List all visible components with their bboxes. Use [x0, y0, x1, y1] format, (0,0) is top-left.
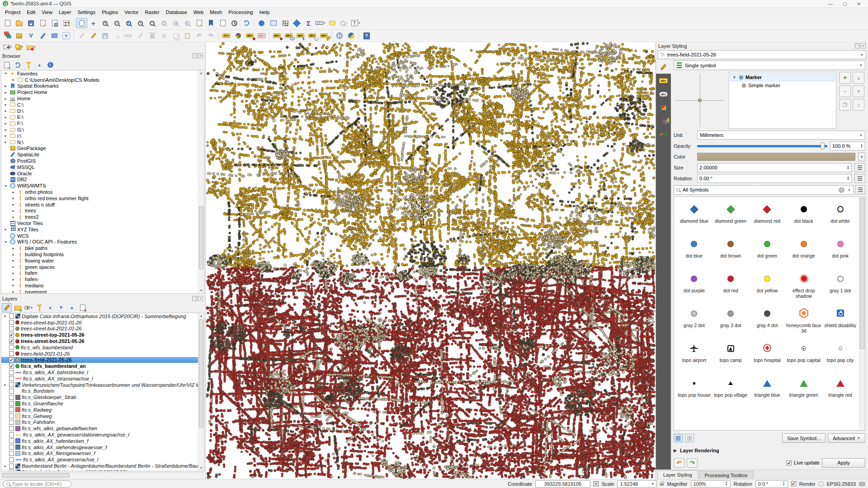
expand-icon[interactable]: ▸ [11, 190, 16, 194]
collapse-icon[interactable]: ▾ [3, 184, 8, 188]
expand-icon[interactable]: ▸ [11, 265, 16, 269]
zoom-full-button[interactable] [123, 18, 134, 28]
styling-tab-history[interactable]: ↶ [656, 128, 671, 141]
expand-icon[interactable]: ▸ [11, 209, 16, 213]
layer-visibility-checkbox[interactable] [9, 445, 14, 450]
browser-item-building-footprints[interactable]: ▸⟨building footprints [1, 251, 204, 258]
symbol-triangle-red[interactable]: triangle red [822, 375, 859, 409]
symbol-search-input[interactable]: All Symbols × ▼ [674, 185, 854, 195]
symbol-triangle-blue[interactable]: triangle blue [749, 375, 786, 409]
expand-icon[interactable]: ▸ [11, 253, 16, 257]
layer-item[interactable]: fis:s_Fahrbahn [1, 419, 204, 426]
open-data-source-manager-button[interactable] [2, 31, 13, 41]
layer-visibility-checkbox[interactable] [9, 407, 14, 412]
size-data-defined-button[interactable] [854, 163, 865, 172]
zoom-to-layer-button[interactable]: □ [146, 18, 158, 28]
menu-project[interactable]: Project [2, 8, 24, 16]
menu-layer[interactable]: Layer [56, 8, 75, 16]
layer-visibility-checkbox[interactable]: ✓ [9, 357, 14, 362]
spinner-arrows-icon[interactable]: ▲▼ [847, 176, 849, 181]
lock-color-button[interactable]: ⌂ [853, 99, 864, 111]
zoom-next-button[interactable]: ► [182, 18, 193, 28]
toggle-editing-button[interactable] [88, 31, 99, 41]
expand-icon[interactable]: ▸ [3, 227, 8, 231]
save-project-button[interactable] [25, 18, 37, 28]
rotation-data-defined-button[interactable] [854, 174, 865, 183]
close-button[interactable]: ✕ [857, 1, 861, 6]
advanced-button[interactable]: Advanced▼ [828, 433, 865, 443]
layer-item[interactable]: trees-street-top-2021-01-26 [1, 319, 204, 326]
add-symbol-layer-button[interactable]: ＋ [839, 72, 851, 84]
tab-processing-toolbox[interactable]: Processing Toolbox [699, 471, 754, 479]
add-group-button[interactable] [13, 303, 23, 312]
zoom-native-button[interactable]: 1 [158, 18, 170, 28]
rotation-spinbox[interactable]: 0.00 ° ▲▼ [697, 174, 852, 183]
duplicate-symbol-layer-button[interactable]: ❐ [839, 99, 851, 111]
scale-combo[interactable]: 1:52248 ▼ [617, 480, 657, 488]
menu-raster[interactable]: Raster [142, 8, 162, 16]
save-layer-edits-button[interactable] [99, 31, 111, 41]
show-spatial-bookmarks-button[interactable] [205, 18, 217, 28]
new-spatial-bookmark-button[interactable] [193, 18, 205, 28]
spinner-arrows-icon[interactable]: ▲▼ [783, 481, 785, 486]
pan-map-to-selection-button[interactable]: + [88, 18, 99, 28]
new-project-button[interactable] [2, 18, 13, 28]
browser-item-project-home[interactable]: ▸Project Home [1, 89, 204, 95]
symbol-shield-disability[interactable]: shield disability [822, 305, 859, 340]
expand-icon[interactable]: ▸ [3, 115, 8, 119]
browser-item-n[interactable]: ▸N:\ [1, 139, 204, 145]
lock-scale-icon[interactable] [660, 483, 664, 486]
browser-item-green-spaces[interactable]: ▸⟨green spaces [1, 264, 204, 270]
layer-visibility-checkbox[interactable]: ✓ [9, 333, 14, 338]
layers-float-button[interactable]: ❐ [192, 296, 197, 301]
paste-features-button[interactable] [182, 31, 193, 41]
layer-item[interactable]: ✓trees-street-bot-2021-05-26 [1, 338, 204, 344]
layer-visibility-checkbox[interactable] [9, 370, 14, 375]
chevron-down-icon[interactable]: ▾ [31, 306, 33, 310]
styling-close-button[interactable]: ✕ [861, 43, 866, 48]
layer-item[interactable]: ▸Digitale farbige Orthophotos 2019 (DOP2… [1, 469, 204, 471]
browser-item-wcs[interactable]: WCS [1, 233, 204, 239]
layer-item[interactable]: fis:s_Gruenflaeche [1, 400, 204, 407]
layer-visibility-checkbox[interactable] [9, 382, 14, 387]
temporal-controller-button[interactable] [229, 18, 240, 28]
live-update-checkbox[interactable]: ✓ [787, 460, 792, 465]
expand-icon[interactable]: ▸ [11, 246, 16, 250]
opacity-slider[interactable] [697, 141, 827, 150]
measure-button[interactable]: ▾ [315, 18, 326, 28]
browser-item-hafen[interactable]: ▸⟨hafen [1, 270, 204, 277]
styling-tab-3d-view[interactable] [656, 101, 671, 114]
processing-toolbox-button[interactable] [291, 18, 302, 28]
chevron-down-icon[interactable]: ▾ [324, 21, 326, 25]
menu-plugins[interactable]: Plugins [99, 8, 121, 16]
symbol-diamond-red[interactable]: diamond red [749, 201, 786, 235]
filter-by-expression-button[interactable]: ε▾ [45, 303, 55, 312]
symbol-dot-red[interactable]: dot red [712, 270, 749, 305]
open-project-button[interactable] [14, 18, 25, 28]
browser-item-trees[interactable]: ▸⟨trees [1, 208, 204, 214]
browser-item-c-users-ami-desktop-cs-models[interactable]: ▸C:\Users\Ami\Desktop\CS Models [1, 77, 204, 83]
browser-scrollbar[interactable]: ▲ ▼ [198, 70, 204, 293]
map-canvas-area[interactable] [206, 42, 656, 479]
layer-item[interactable]: fis:s_atkis_AX_hafenbecken_f [1, 438, 204, 444]
styling-tab-masks[interactable] [656, 87, 671, 101]
browser-item-flowing-water[interactable]: ▸⟨flowing water [1, 258, 204, 264]
expand-icon[interactable]: ▸ [3, 97, 8, 101]
layer-item[interactable]: fis:s_Gehweg [1, 413, 204, 419]
undo-button[interactable]: ↶↶ [193, 31, 205, 41]
move-down-button[interactable]: ▼ [853, 85, 864, 97]
color-swatch[interactable] [697, 153, 855, 161]
layer-item[interactable]: fis:s_Gleiskoerper_Strab [1, 394, 204, 400]
layer-item[interactable]: trees-field-2021-01-26 [1, 351, 204, 357]
layer-visibility-checkbox[interactable] [9, 376, 14, 381]
layer-item[interactable]: fis:s_atkis_AX_fliessgewaesser_f [1, 450, 204, 457]
layer-item[interactable]: ▸Digitale Color-Infrarot-Orthophotos 201… [1, 313, 204, 319]
renderer-selector[interactable]: Single symbol ▼ [674, 61, 865, 70]
expand-icon[interactable]: ▸ [11, 271, 16, 275]
chevron-down-icon[interactable]: ▾ [346, 21, 348, 25]
styling-tab-diagrams[interactable] [656, 114, 671, 128]
expand-icon[interactable]: ▸ [11, 283, 16, 287]
redo-button[interactable]: ↷↷ [205, 31, 217, 41]
browser-float-button[interactable]: ❐ [192, 53, 197, 58]
style-manager-button[interactable] [855, 185, 865, 194]
